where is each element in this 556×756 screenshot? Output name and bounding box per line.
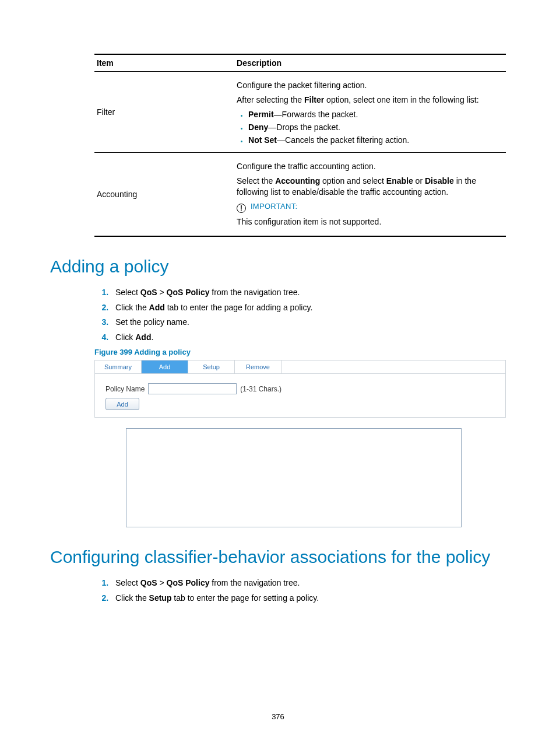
list-item: Set the policy name. [111, 317, 506, 328]
policy-listbox[interactable] [126, 428, 462, 527]
tab-bar: Summary Add Setup Remove [95, 360, 505, 374]
desc-text: This configuration item is not supported… [237, 216, 504, 228]
table-header-item: Item [94, 54, 234, 72]
desc-text: Configure the traffic accounting action. [237, 161, 504, 172]
list-item: Click the Setup tab to enter the page fo… [111, 593, 506, 604]
add-button[interactable]: Add [105, 398, 139, 410]
figure-add-policy: Summary Add Setup Remove Policy Name (1-… [94, 360, 506, 418]
policy-name-input[interactable] [148, 383, 237, 394]
list-item: Click Add. [111, 332, 506, 344]
row-description: Configure the traffic accounting action.… [234, 153, 506, 236]
steps-list: Select QoS > QoS Policy from the navigat… [94, 578, 506, 604]
figure-caption: Figure 399 Adding a policy [94, 348, 506, 356]
list-item: Not Set—Cancels the packet filtering act… [248, 135, 504, 146]
list-item: Deny—Drops the packet. [248, 122, 504, 133]
row-item: Filter [94, 72, 234, 153]
desc-text: Select the Accounting option and select … [237, 176, 504, 198]
list-item: Select QoS > QoS Policy from the navigat… [111, 578, 506, 589]
config-table: Item Description Filter Configure the pa… [94, 54, 506, 237]
row-description: Configure the packet filtering action. A… [234, 72, 506, 153]
page-number: 376 [0, 712, 556, 721]
important-label: IMPORTANT: [251, 202, 298, 211]
tab-add[interactable]: Add [142, 360, 188, 373]
steps-list: Select QoS > QoS Policy from the navigat… [94, 287, 506, 343]
desc-list: Permit—Forwards the packet. Deny—Drops t… [237, 109, 504, 146]
important-callout: ! IMPORTANT: [237, 201, 504, 213]
table-row: Filter Configure the packet filtering ac… [94, 72, 506, 153]
policy-name-label: Policy Name [105, 385, 145, 393]
tab-summary[interactable]: Summary [95, 360, 142, 373]
list-item: Permit—Forwards the packet. [248, 109, 504, 120]
section-heading-configuring: Configuring classifier-behavior associat… [50, 547, 506, 567]
tab-remove[interactable]: Remove [235, 360, 281, 373]
desc-text: Configure the packet filtering action. [237, 80, 504, 91]
policy-name-hint: (1-31 Chars.) [240, 385, 281, 393]
row-item: Accounting [94, 153, 234, 236]
figure-body: Policy Name (1-31 Chars.) Add [95, 374, 505, 417]
table-row: Accounting Configure the traffic account… [94, 153, 506, 236]
important-icon: ! [237, 204, 246, 213]
table-header-description: Description [234, 54, 506, 72]
desc-text: After selecting the Filter option, selec… [237, 94, 504, 106]
section-heading-adding-policy: Adding a policy [50, 257, 506, 276]
tab-setup[interactable]: Setup [188, 360, 235, 373]
list-item: Click the Add tab to enter the page for … [111, 302, 506, 314]
list-item: Select QoS > QoS Policy from the navigat… [111, 287, 506, 299]
